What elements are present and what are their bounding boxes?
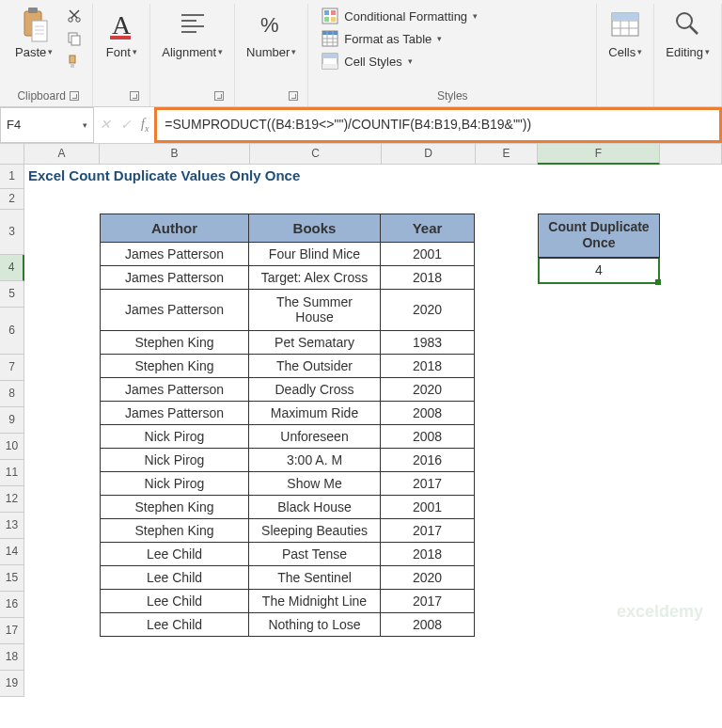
table-cell[interactable]: The Sentinel <box>249 565 381 589</box>
cancel-formula-button[interactable]: ✕ <box>100 117 111 133</box>
table-cell[interactable]: Sleeping Beauties <box>249 518 381 542</box>
row-header-5[interactable]: 5 <box>0 281 24 308</box>
table-cell[interactable]: James Patterson <box>101 265 249 289</box>
table-cell[interactable]: Four Blind Mice <box>249 242 381 265</box>
row-header-11[interactable]: 11 <box>0 460 24 486</box>
table-cell[interactable]: Stephen King <box>101 518 249 542</box>
table-cell[interactable]: Maximum Ride <box>249 401 381 424</box>
table-cell[interactable]: The Outsider <box>249 354 381 377</box>
column-header-C[interactable]: C <box>250 144 382 165</box>
row-header-3[interactable]: 3 <box>0 210 24 255</box>
table-cell[interactable]: 2018 <box>381 542 475 565</box>
name-box[interactable]: F4 ▾ <box>0 107 94 143</box>
table-cell[interactable]: Pet Sematary <box>249 330 381 354</box>
table-cell[interactable]: Black House <box>249 495 381 518</box>
table-cell[interactable]: Show Me <box>249 471 381 495</box>
format-painter-button[interactable] <box>64 51 85 71</box>
format-as-table-button[interactable]: Format as Table▾ <box>318 28 587 49</box>
cells-button[interactable]: Cells▾ <box>603 4 648 61</box>
fx-button[interactable]: fx <box>141 117 149 134</box>
table-cell[interactable]: 2008 <box>381 612 475 636</box>
table-cell[interactable]: Lee Child <box>101 612 249 636</box>
table-header: Year <box>381 214 475 242</box>
table-cell[interactable]: James Patterson <box>101 289 249 330</box>
dialog-launcher[interactable] <box>214 91 224 101</box>
row-header-6[interactable]: 6 <box>0 308 24 355</box>
table-cell[interactable]: James Patterson <box>101 242 249 265</box>
table-cell[interactable]: Lee Child <box>101 565 249 589</box>
alignment-icon <box>176 6 210 43</box>
column-header-F[interactable]: F <box>538 144 660 165</box>
paste-button[interactable]: Paste▾ <box>9 4 58 61</box>
table-cell[interactable]: Target: Alex Cross <box>249 265 381 289</box>
table-cell[interactable]: 2020 <box>381 565 475 589</box>
row-header-16[interactable]: 16 <box>0 592 24 618</box>
table-cell[interactable]: James Patterson <box>101 377 249 401</box>
table-cell[interactable]: James Patterson <box>101 401 249 424</box>
row-header-17[interactable]: 17 <box>0 618 24 644</box>
row-header-19[interactable]: 19 <box>0 671 24 697</box>
table-cell[interactable]: 2018 <box>381 265 475 289</box>
table-cell[interactable]: Stephen King <box>101 354 249 377</box>
row-header-8[interactable]: 8 <box>0 381 24 407</box>
dialog-launcher[interactable] <box>130 91 139 101</box>
table-cell[interactable]: 2020 <box>381 289 475 330</box>
table-cell[interactable]: 2017 <box>381 518 475 542</box>
font-button[interactable]: A Font▾ <box>99 4 144 61</box>
search-icon <box>671 6 705 43</box>
column-header-A[interactable]: A <box>24 144 100 165</box>
table-cell[interactable]: 2020 <box>381 377 475 401</box>
row-header-15[interactable]: 15 <box>0 565 24 592</box>
column-header-E[interactable]: E <box>476 144 538 165</box>
row-header-9[interactable]: 9 <box>0 407 24 434</box>
table-cell[interactable]: The Midnight Line <box>249 589 381 612</box>
editing-button[interactable]: Editing▾ <box>660 4 715 61</box>
select-all-triangle[interactable] <box>0 144 24 165</box>
row-header-14[interactable]: 14 <box>0 539 24 565</box>
dialog-launcher[interactable] <box>289 91 298 101</box>
table-cell[interactable]: Lee Child <box>101 542 249 565</box>
chevron-down-icon: ▾ <box>408 56 413 66</box>
column-header-B[interactable]: B <box>100 144 250 165</box>
column-header-D[interactable]: D <box>382 144 476 165</box>
table-cell[interactable]: 2016 <box>381 448 475 471</box>
table-cell[interactable]: Lee Child <box>101 589 249 612</box>
formula-input[interactable]: =SUMPRODUCT((B4:B19<>"")/COUNTIF(B4:B19,… <box>154 107 722 143</box>
table-cell[interactable]: Stephen King <box>101 330 249 354</box>
table-cell[interactable]: Nothing to Lose <box>249 612 381 636</box>
table-cell[interactable]: Deadly Cross <box>249 377 381 401</box>
cut-button[interactable] <box>64 6 85 26</box>
table-cell[interactable]: 2017 <box>381 589 475 612</box>
dialog-launcher[interactable] <box>70 91 79 101</box>
active-cell[interactable]: 4 <box>538 258 660 284</box>
table-cell[interactable]: 2001 <box>381 495 475 518</box>
row-header-12[interactable]: 12 <box>0 486 24 513</box>
table-cell[interactable]: Unforeseen <box>249 424 381 448</box>
cell-styles-button[interactable]: Cell Styles▾ <box>318 51 587 71</box>
row-header-1[interactable]: 1 <box>0 165 24 189</box>
conditional-formatting-button[interactable]: Conditional Formatting▾ <box>318 6 587 26</box>
table-cell[interactable]: 2008 <box>381 401 475 424</box>
enter-formula-button[interactable]: ✓ <box>120 117 132 133</box>
row-header-2[interactable]: 2 <box>0 189 24 210</box>
row-header-7[interactable]: 7 <box>0 355 24 381</box>
table-cell[interactable]: Nick Pirog <box>101 424 249 448</box>
table-cell[interactable]: Nick Pirog <box>101 448 249 471</box>
table-cell[interactable]: 2008 <box>381 424 475 448</box>
copy-button[interactable] <box>64 28 85 49</box>
table-cell[interactable]: Nick Pirog <box>101 471 249 495</box>
table-cell[interactable]: 2001 <box>381 242 475 265</box>
table-cell[interactable]: The SummerHouse <box>249 289 381 330</box>
row-header-18[interactable]: 18 <box>0 644 24 671</box>
row-header-10[interactable]: 10 <box>0 434 24 460</box>
table-cell[interactable]: 2018 <box>381 354 475 377</box>
table-cell[interactable]: 1983 <box>381 330 475 354</box>
number-button[interactable]: % Number▾ <box>241 4 302 61</box>
table-cell[interactable]: Stephen King <box>101 495 249 518</box>
table-cell[interactable]: 3:00 A. M <box>249 448 381 471</box>
alignment-button[interactable]: Alignment▾ <box>156 4 228 61</box>
table-cell[interactable]: 2017 <box>381 471 475 495</box>
row-header-13[interactable]: 13 <box>0 513 24 539</box>
table-cell[interactable]: Past Tense <box>249 542 381 565</box>
row-header-4[interactable]: 4 <box>0 255 24 281</box>
